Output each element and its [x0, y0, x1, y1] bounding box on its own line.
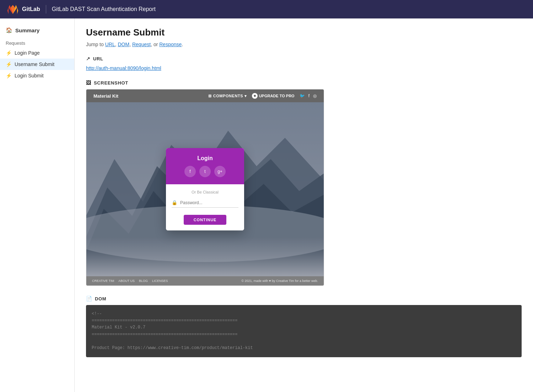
header-report-title: GitLab DAST Scan Authentication Report	[52, 6, 156, 12]
mk-footer-links: CREATIVE TIM ABOUT US BLOG LICENSES	[92, 279, 168, 283]
code-line-5: Product Page: https://www.creative-tim.c…	[92, 345, 253, 350]
screenshot-label: SCREENSHOT	[94, 80, 128, 86]
home-icon: 🏠	[6, 27, 12, 33]
mk-footer-blog[interactable]: BLOG	[139, 279, 148, 283]
mk-card-twitter-btn[interactable]: t	[199, 166, 211, 177]
upgrade-icon: ★	[252, 93, 258, 99]
mk-footer: CREATIVE TIM ABOUT US BLOG LICENSES © 20…	[86, 276, 324, 285]
mk-card-google-btn[interactable]: g+	[214, 166, 226, 177]
url-value[interactable]: http://auth-manual:8090/login.html	[86, 65, 161, 71]
mk-card-header: Login f t g+	[166, 148, 244, 184]
gitlab-fox-icon	[7, 4, 18, 15]
jump-dom[interactable]: DOM	[118, 42, 130, 47]
sidebar-item-username-submit[interactable]: ⚡ Username Submit	[0, 59, 74, 70]
mk-facebook-icon[interactable]: f	[308, 93, 309, 98]
mk-hero: Login f t g+ Or Be Classical 🔒	[86, 102, 324, 276]
mk-footer-creative-tim[interactable]: CREATIVE TIM	[92, 279, 114, 283]
mk-card-facebook-btn[interactable]: f	[184, 166, 196, 177]
dom-code-block: <!-- ===================================…	[86, 305, 522, 357]
mk-card-social-btns: f t g+	[172, 166, 238, 177]
mk-social-icons: 🐦 f ◎	[300, 93, 317, 98]
code-line-3: Material Kit - v2.0.7	[92, 325, 145, 330]
mk-login-title: Login	[172, 155, 238, 162]
mk-upgrade-nav[interactable]: ★ UPGRADE TO PRO	[252, 93, 295, 99]
mk-lock-icon: 🔒	[172, 200, 177, 205]
code-line-1: <!--	[92, 311, 102, 316]
sidebar-requests-label: Requests	[0, 36, 74, 47]
mk-components-label: COMPONENTS	[213, 94, 243, 98]
lightning-icon-1: ⚡	[6, 50, 12, 56]
mk-continue-button[interactable]: CONTINUE	[184, 215, 226, 225]
code-line-2: ========================================…	[92, 318, 237, 323]
main-layout: 🏠 Summary Requests ⚡ Login Page ⚡ Userna…	[0, 18, 533, 392]
mk-password-input[interactable]	[180, 200, 238, 205]
screenshot-section-header: 🖼 SCREENSHOT	[86, 80, 522, 86]
jump-url[interactable]: URL	[105, 42, 115, 47]
mk-footer-licenses[interactable]: LICENSES	[152, 279, 168, 283]
chevron-down-icon: ▾	[244, 94, 247, 98]
sidebar-item-login-submit-label: Login Submit	[15, 73, 44, 78]
code-line-4: ========================================…	[92, 332, 237, 337]
lightning-icon-3: ⚡	[6, 73, 12, 78]
url-section: ↗ URL http://auth-manual:8090/login.html	[86, 56, 522, 71]
sidebar-summary[interactable]: 🏠 Summary	[0, 24, 74, 36]
jump-response[interactable]: Response	[159, 42, 182, 47]
page-title: Username Submit	[86, 27, 522, 38]
dom-section-header: 📄 DOM	[86, 296, 522, 301]
dom-icon: 📄	[86, 296, 92, 301]
dom-label: DOM	[95, 296, 106, 301]
screenshot-frame: Material Kit ⊞ COMPONENTS ▾ ★ UPGRADE TO…	[86, 89, 324, 286]
lightning-icon-2: ⚡	[6, 61, 12, 67]
sidebar-item-username-submit-label: Username Submit	[15, 61, 54, 67]
screenshot-section: 🖼 SCREENSHOT Material Kit ⊞ COMPONENTS ▾	[86, 80, 522, 286]
mk-password-input-group: 🔒	[172, 200, 238, 208]
mk-components-nav[interactable]: ⊞ COMPONENTS ▾	[208, 94, 247, 98]
jump-links-row: Jump to URL, DOM, Request, or Response.	[86, 42, 522, 47]
mk-login-card: Login f t g+ Or Be Classical 🔒	[166, 148, 244, 230]
sidebar-item-login-submit[interactable]: ⚡ Login Submit	[0, 70, 74, 81]
sidebar-item-login-page-label: Login Page	[15, 50, 40, 56]
mk-nav-right: ⊞ COMPONENTS ▾ ★ UPGRADE TO PRO 🐦 f ◎	[208, 93, 317, 99]
mk-upgrade-label: UPGRADE TO PRO	[259, 94, 295, 98]
sidebar-item-login-page[interactable]: ⚡ Login Page	[0, 47, 74, 59]
dom-section: 📄 DOM <!-- =============================…	[86, 296, 522, 357]
external-link-icon: ↗	[86, 56, 90, 61]
mk-instagram-icon[interactable]: ◎	[313, 93, 317, 98]
mk-footer-copyright: © 2021, made with ♥ by Creative Tim for …	[241, 279, 318, 283]
app-header: GitLab GitLab DAST Scan Authentication R…	[0, 0, 533, 18]
mk-card-body: Or Be Classical 🔒 CONTINUE	[166, 184, 244, 230]
sidebar: 🏠 Summary Requests ⚡ Login Page ⚡ Userna…	[0, 18, 75, 392]
mk-card-subtitle: Or Be Classical	[172, 190, 238, 194]
header-divider	[46, 5, 46, 13]
screenshot-icon: 🖼	[86, 80, 91, 86]
header-logo: GitLab	[7, 4, 40, 15]
jump-text: Jump to	[86, 42, 104, 47]
grid-icon: ⊞	[208, 94, 212, 98]
jump-request[interactable]: Request	[132, 42, 151, 47]
mk-navbar: Material Kit ⊞ COMPONENTS ▾ ★ UPGRADE TO…	[86, 89, 324, 102]
url-label: URL	[93, 56, 103, 61]
mk-brand: Material Kit	[93, 93, 118, 99]
app-name: GitLab	[22, 6, 40, 12]
sidebar-summary-label: Summary	[15, 27, 39, 33]
mk-twitter-icon[interactable]: 🐦	[300, 93, 305, 98]
url-section-header: ↗ URL	[86, 56, 522, 61]
mk-footer-about-us[interactable]: ABOUT US	[118, 279, 135, 283]
main-content: Username Submit Jump to URL, DOM, Reques…	[75, 18, 533, 392]
